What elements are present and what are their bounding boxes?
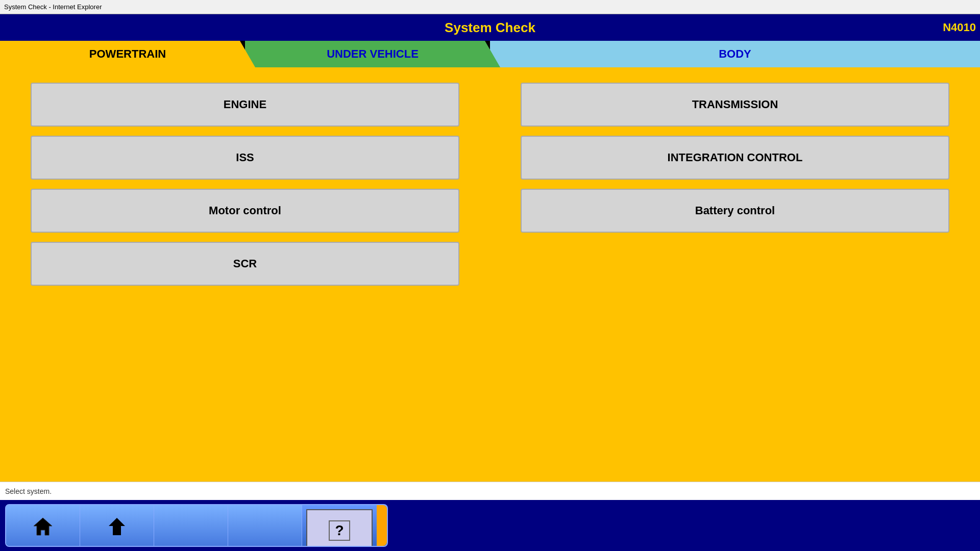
toolbar-inner: ? [5, 504, 388, 547]
back-button[interactable] [80, 505, 154, 547]
vehicle-id: N4010 [943, 21, 980, 34]
motor-control-button[interactable]: Motor control [31, 189, 459, 233]
content-area: ENGINE TRANSMISSION ISS INTEGRATION CONT… [0, 67, 980, 482]
header-title: System Check [445, 20, 535, 36]
bottom-toolbar: ? [0, 500, 980, 551]
svg-marker-0 [34, 518, 52, 535]
iss-button[interactable]: ISS [31, 136, 459, 180]
status-text: Select system. [5, 487, 52, 495]
transmission-button[interactable]: TRANSMISSION [521, 83, 949, 127]
home-button[interactable] [6, 505, 80, 547]
tab-body[interactable]: BODY [490, 41, 980, 67]
toolbar-end [377, 505, 387, 546]
help-button[interactable]: ? [306, 509, 373, 547]
engine-button[interactable]: ENGINE [31, 83, 459, 127]
empty-btn-2[interactable] [228, 505, 302, 547]
integration-control-button[interactable]: INTEGRATION CONTROL [521, 136, 949, 180]
home-icon [33, 517, 53, 536]
scr-button[interactable]: SCR [31, 242, 459, 286]
tab-under-vehicle[interactable]: UNDER VEHICLE [245, 41, 500, 67]
title-bar: System Check - Internet Explorer [0, 0, 980, 14]
tab-powertrain[interactable]: POWERTRAIN [0, 41, 255, 67]
empty-btn-1[interactable] [154, 505, 228, 547]
help-icon: ? [329, 520, 350, 541]
battery-control-button[interactable]: Battery control [521, 189, 949, 233]
app-wrapper: System Check - Internet Explorer System … [0, 0, 980, 551]
status-bar: Select system. [0, 482, 980, 500]
header: System Check N4010 [0, 14, 980, 41]
tab-bar: POWERTRAIN UNDER VEHICLE BODY [0, 41, 980, 67]
window-title: System Check - Internet Explorer [4, 3, 102, 11]
svg-rect-2 [113, 526, 121, 535]
back-icon [108, 517, 126, 536]
